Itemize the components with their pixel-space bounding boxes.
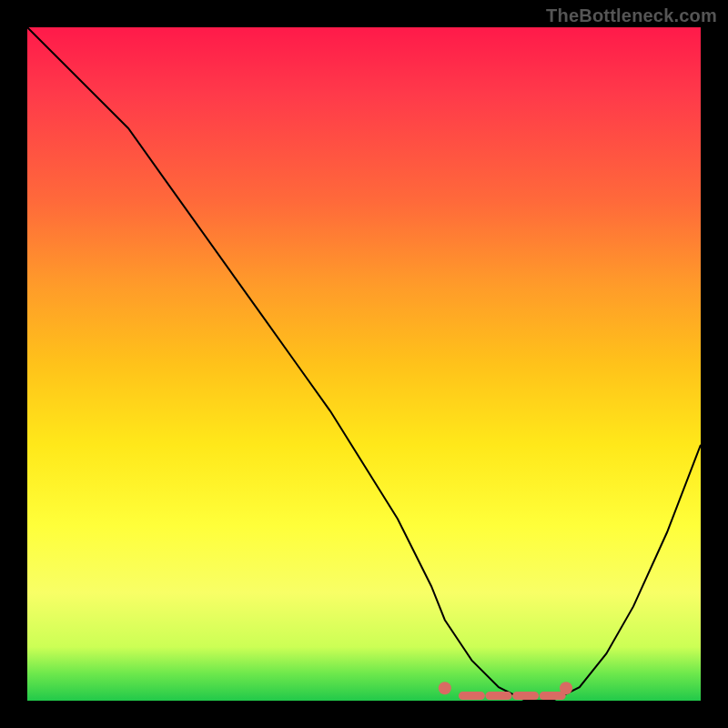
optimal-marker-group bbox=[439, 682, 572, 695]
watermark-text: TheBottleneck.com bbox=[546, 5, 717, 26]
curve-layer bbox=[27, 27, 701, 701]
bottleneck-curve bbox=[27, 27, 701, 701]
plot-area bbox=[27, 27, 701, 701]
optimal-marker-dot bbox=[439, 682, 451, 694]
chart-frame: TheBottleneck.com bbox=[0, 0, 728, 728]
optimal-marker-dot bbox=[560, 682, 572, 694]
